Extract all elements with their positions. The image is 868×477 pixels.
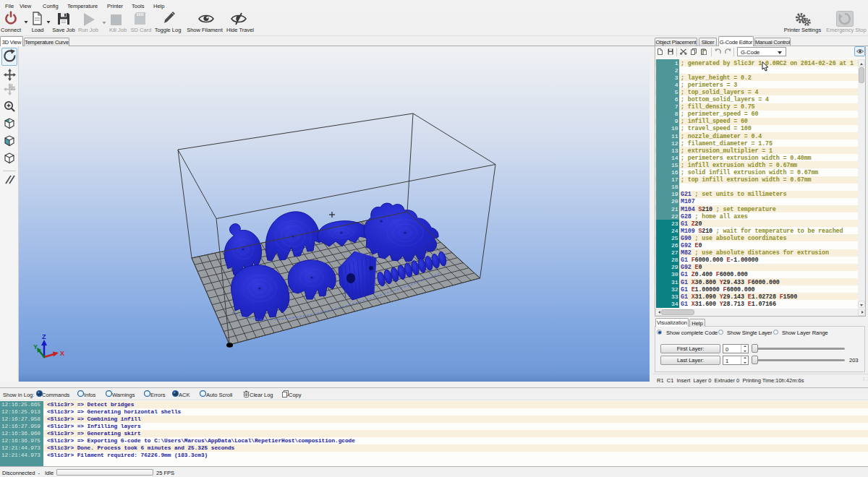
svg-text:X: X (60, 350, 64, 357)
svg-text:Z: Z (42, 333, 46, 340)
svg-text:Y: Y (33, 343, 38, 351)
